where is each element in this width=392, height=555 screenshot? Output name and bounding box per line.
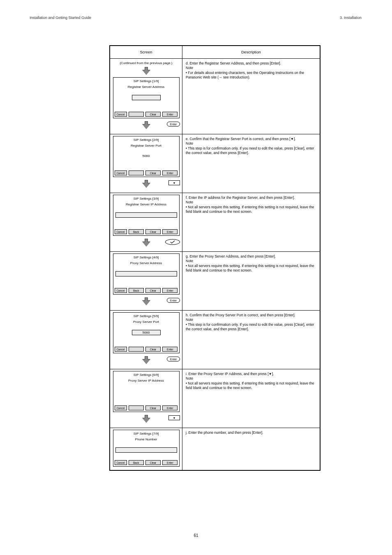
softkey: Clear: [145, 229, 161, 234]
screen-cell: SIP Settings [4/9]Proxy Server Address C…: [110, 252, 182, 311]
step-row: SIP Settings [7/9]Phone Number CancelBac…: [110, 428, 320, 470]
screen-cell: SIP Settings [2/9]Registrar Server Port5…: [110, 134, 182, 193]
down-arrow-icon: [142, 120, 151, 129]
description-cell: j. Enter the phone number, and then pres…: [182, 428, 320, 470]
screen-mockup: SIP Settings [1/9]Registrar Server Addre…: [113, 77, 180, 118]
step-row: SIP Settings [3/9]Registrar Server IP Ad…: [110, 193, 320, 252]
screen-field-label: Registrar Server IP Address: [115, 203, 178, 207]
step-row: SIP Settings [2/9]Registrar Server Port5…: [110, 134, 320, 193]
step-row: (Continued from the previous page.)SIP S…: [110, 59, 320, 134]
col-header-description: Description: [182, 46, 320, 59]
down-arrow-icon: [142, 297, 151, 306]
softkey: Enter: [162, 460, 178, 465]
screen-input-value: [132, 95, 161, 100]
screen-input-value: 5060: [142, 154, 151, 158]
description-cell: g. Enter the Proxy Server Address, and t…: [182, 252, 320, 311]
steps-table: Screen Description (Continued from the p…: [109, 45, 321, 471]
softkey: Cancel: [115, 460, 127, 465]
screen-title: SIP Settings [5/9]: [115, 314, 178, 318]
softkey: Back: [129, 229, 144, 234]
softkey: Clear: [145, 460, 161, 465]
screen-mockup: SIP Settings [4/9]Proxy Server Address C…: [113, 253, 180, 295]
down-arrow-icon: [142, 66, 151, 75]
softkey: [129, 405, 144, 410]
press-key-indicator: ▼: [168, 415, 180, 420]
screen-title: SIP Settings [6/9]: [115, 373, 178, 377]
description-cell: e. Confirm that the Registrar Server Por…: [182, 134, 320, 193]
screen-cell: SIP Settings [3/9]Registrar Server IP Ad…: [110, 193, 182, 252]
step-row: SIP Settings [6/9]Proxy Server IP Addres…: [110, 369, 320, 428]
press-key-indicator: [165, 239, 180, 245]
screen-title: SIP Settings [3/9]: [115, 197, 178, 201]
description-cell: d. Enter the Registrar Server Address, a…: [182, 59, 320, 134]
screen-mockup: SIP Settings [2/9]Registrar Server Port5…: [113, 136, 180, 177]
softkey: Enter: [162, 347, 178, 352]
softkey-row: CancelClearEnter: [115, 112, 178, 117]
softkey: Cancel: [115, 170, 127, 175]
softkey-row: CancelClearEnter: [115, 347, 178, 352]
softkey: [129, 347, 144, 352]
softkey: Cancel: [115, 405, 127, 410]
softkey: Clear: [145, 405, 161, 410]
continued-from: (Continued from the previous page.): [111, 61, 181, 65]
header-left: Installation and Getting Started Guide: [30, 16, 91, 20]
softkey: Clear: [145, 112, 161, 117]
softkey-row: CancelBackClearEnter: [115, 288, 178, 293]
softkey: Enter: [162, 288, 178, 293]
down-arrow-icon: [142, 238, 151, 247]
screen-cell: (Continued from the previous page.)SIP S…: [110, 59, 182, 134]
softkey: Cancel: [115, 288, 127, 293]
softkey: Back: [129, 460, 144, 465]
screen-title: SIP Settings [7/9]: [115, 432, 178, 436]
screen-input-value: [115, 447, 177, 453]
softkey-row: CancelBackClearEnter: [115, 460, 178, 465]
softkey: Cancel: [115, 347, 127, 352]
screen-field-label: Registrar Server Address: [115, 85, 178, 89]
softkey: Enter: [162, 170, 178, 175]
screen-field-label: Proxy Server Address: [115, 261, 178, 265]
screen-field-label: Proxy Server Port: [115, 320, 178, 324]
description-cell: h. Confirm that the Proxy Server Port is…: [182, 311, 320, 369]
press-key-indicator: Enter: [167, 357, 180, 362]
screen-field-label: Registrar Server Port: [115, 144, 178, 148]
softkey: Clear: [145, 170, 161, 175]
screen-field-label: Phone Number: [115, 438, 178, 442]
screen-mockup: SIP Settings [6/9]Proxy Server IP Addres…: [113, 371, 180, 412]
softkey: Clear: [145, 288, 161, 293]
down-arrow-icon: [142, 414, 151, 423]
softkey: Enter: [162, 112, 178, 117]
description-cell: f. Enter the IP address for the Registra…: [182, 193, 320, 252]
screen-cell: SIP Settings [6/9]Proxy Server IP Addres…: [110, 369, 182, 428]
press-key-indicator: Enter: [167, 298, 180, 303]
screen-mockup: SIP Settings [7/9]Phone Number CancelBac…: [113, 430, 180, 467]
step-row: SIP Settings [5/9]Proxy Server Port5060C…: [110, 311, 320, 369]
screen-field-label: Proxy Server IP Address: [115, 379, 178, 383]
down-arrow-icon: [142, 179, 151, 188]
softkey-row: CancelClearEnter: [115, 405, 178, 410]
screen-input-value: [115, 212, 177, 218]
softkey: [129, 112, 144, 117]
screen-title: SIP Settings [4/9]: [115, 256, 178, 260]
softkey: Enter: [162, 405, 178, 410]
softkey: Cancel: [115, 112, 127, 117]
screen-mockup: SIP Settings [5/9]Proxy Server Port5060C…: [113, 312, 180, 353]
screen-cell: SIP Settings [7/9]Phone Number CancelBac…: [110, 428, 182, 470]
header-right: 3. Installation: [340, 16, 362, 20]
softkey: Cancel: [115, 229, 127, 234]
down-arrow-icon: [142, 355, 151, 364]
screen-cell: SIP Settings [5/9]Proxy Server Port5060C…: [110, 311, 182, 369]
screen-title: SIP Settings [1/9]: [115, 79, 178, 83]
description-cell: i. Enter the Proxy Server IP Address, an…: [182, 369, 320, 428]
softkey-row: CancelClearEnter: [115, 170, 178, 175]
screen-mockup: SIP Settings [3/9]Registrar Server IP Ad…: [113, 195, 180, 236]
step-row: SIP Settings [4/9]Proxy Server Address C…: [110, 252, 320, 311]
softkey: [129, 170, 144, 175]
softkey: Enter: [162, 229, 178, 234]
softkey-row: CancelBackClearEnter: [115, 229, 178, 234]
press-key-indicator: Enter: [167, 122, 180, 127]
screen-title: SIP Settings [2/9]: [115, 138, 178, 142]
page-number: 61: [0, 533, 392, 538]
press-key-indicator: ▼: [168, 180, 180, 185]
screen-input-value: 5060: [132, 330, 161, 335]
screen-input-value: [115, 271, 177, 276]
